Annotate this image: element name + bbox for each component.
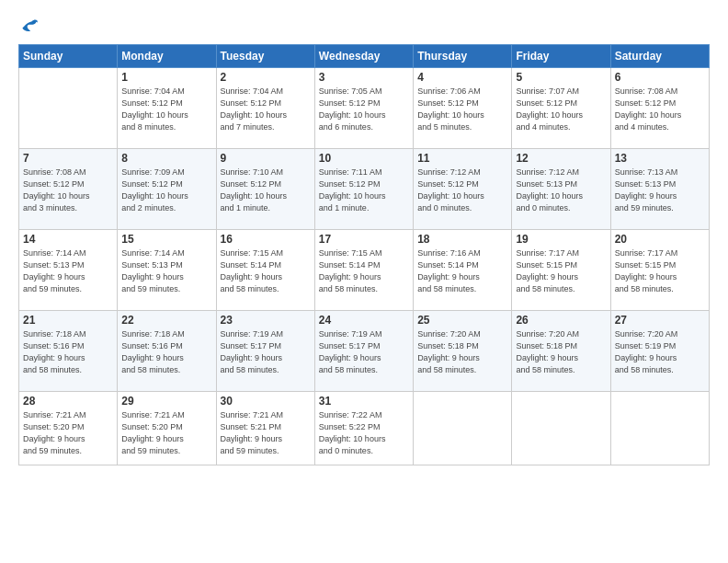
day-number: 24	[319, 314, 409, 327]
day-number: 30	[221, 395, 311, 408]
day-info: Sunrise: 7:20 AMSunset: 5:18 PMDaylight:…	[417, 328, 507, 376]
calendar-day-cell: 25Sunrise: 7:20 AMSunset: 5:18 PMDayligh…	[414, 311, 512, 392]
day-info: Sunrise: 7:10 AMSunset: 5:12 PMDaylight:…	[221, 167, 311, 214]
calendar-day-cell: 23Sunrise: 7:19 AMSunset: 5:17 PMDayligh…	[216, 311, 314, 392]
day-info: Sunrise: 7:08 AMSunset: 5:12 PMDaylight:…	[23, 167, 113, 214]
day-number: 31	[319, 395, 409, 408]
day-number: 19	[516, 233, 606, 246]
day-info: Sunrise: 7:13 AMSunset: 5:13 PMDaylight:…	[615, 167, 705, 214]
day-number: 13	[615, 152, 705, 165]
calendar-day-cell: 6Sunrise: 7:08 AMSunset: 5:12 PMDaylight…	[610, 68, 709, 149]
logo	[18, 17, 42, 37]
day-number: 21	[23, 314, 113, 327]
day-info: Sunrise: 7:12 AMSunset: 5:13 PMDaylight:…	[516, 167, 606, 214]
calendar-day-cell: 8Sunrise: 7:09 AMSunset: 5:12 PMDaylight…	[118, 149, 216, 230]
calendar-day-cell: 10Sunrise: 7:11 AMSunset: 5:12 PMDayligh…	[314, 149, 413, 230]
day-info: Sunrise: 7:18 AMSunset: 5:16 PMDaylight:…	[23, 328, 113, 376]
day-number: 17	[319, 233, 409, 246]
day-info: Sunrise: 7:21 AMSunset: 5:20 PMDaylight:…	[121, 409, 211, 457]
weekday-header: Sunday	[19, 45, 118, 68]
day-info: Sunrise: 7:08 AMSunset: 5:12 PMDaylight:…	[615, 86, 705, 133]
calendar-day-cell: 20Sunrise: 7:17 AMSunset: 5:15 PMDayligh…	[610, 230, 709, 311]
weekday-header: Tuesday	[216, 45, 314, 68]
weekday-header: Wednesday	[314, 45, 413, 68]
day-info: Sunrise: 7:14 AMSunset: 5:13 PMDaylight:…	[23, 247, 113, 295]
day-info: Sunrise: 7:20 AMSunset: 5:19 PMDaylight:…	[615, 328, 705, 376]
calendar-day-cell: 11Sunrise: 7:12 AMSunset: 5:12 PMDayligh…	[414, 149, 512, 230]
day-info: Sunrise: 7:22 AMSunset: 5:22 PMDaylight:…	[319, 409, 409, 457]
day-number: 23	[221, 314, 311, 327]
calendar-day-cell	[610, 392, 709, 465]
calendar-day-cell: 16Sunrise: 7:15 AMSunset: 5:14 PMDayligh…	[216, 230, 314, 311]
day-number: 20	[615, 233, 705, 246]
day-info: Sunrise: 7:07 AMSunset: 5:12 PMDaylight:…	[516, 86, 606, 133]
day-number: 6	[615, 71, 705, 84]
calendar-week-row: 28Sunrise: 7:21 AMSunset: 5:20 PMDayligh…	[19, 392, 710, 465]
calendar-day-cell: 14Sunrise: 7:14 AMSunset: 5:13 PMDayligh…	[19, 230, 118, 311]
day-info: Sunrise: 7:16 AMSunset: 5:14 PMDaylight:…	[417, 247, 507, 295]
calendar-day-cell: 28Sunrise: 7:21 AMSunset: 5:20 PMDayligh…	[19, 392, 118, 465]
day-info: Sunrise: 7:19 AMSunset: 5:17 PMDaylight:…	[221, 328, 311, 376]
calendar-day-cell: 21Sunrise: 7:18 AMSunset: 5:16 PMDayligh…	[19, 311, 118, 392]
day-info: Sunrise: 7:11 AMSunset: 5:12 PMDaylight:…	[319, 167, 409, 214]
day-number: 7	[23, 152, 113, 165]
calendar-week-row: 1Sunrise: 7:04 AMSunset: 5:12 PMDaylight…	[19, 68, 710, 149]
day-number: 25	[417, 314, 507, 327]
calendar-day-cell: 22Sunrise: 7:18 AMSunset: 5:16 PMDayligh…	[118, 311, 216, 392]
calendar-day-cell: 1Sunrise: 7:04 AMSunset: 5:12 PMDaylight…	[118, 68, 216, 149]
day-number: 9	[221, 152, 311, 165]
day-number: 18	[417, 233, 507, 246]
day-number: 3	[319, 71, 409, 84]
logo-bird-icon	[18, 17, 39, 37]
calendar-day-cell: 30Sunrise: 7:21 AMSunset: 5:21 PMDayligh…	[216, 392, 314, 465]
calendar-week-row: 21Sunrise: 7:18 AMSunset: 5:16 PMDayligh…	[19, 311, 710, 392]
day-info: Sunrise: 7:17 AMSunset: 5:15 PMDaylight:…	[615, 247, 705, 295]
calendar-day-cell: 4Sunrise: 7:06 AMSunset: 5:12 PMDaylight…	[414, 68, 512, 149]
day-info: Sunrise: 7:15 AMSunset: 5:14 PMDaylight:…	[319, 247, 409, 295]
day-number: 16	[221, 233, 311, 246]
day-number: 8	[121, 152, 211, 165]
calendar-day-cell: 13Sunrise: 7:13 AMSunset: 5:13 PMDayligh…	[610, 149, 709, 230]
calendar-week-row: 14Sunrise: 7:14 AMSunset: 5:13 PMDayligh…	[19, 230, 710, 311]
calendar-day-cell: 26Sunrise: 7:20 AMSunset: 5:18 PMDayligh…	[512, 311, 610, 392]
calendar-day-cell: 2Sunrise: 7:04 AMSunset: 5:12 PMDaylight…	[216, 68, 314, 149]
day-number: 5	[516, 71, 606, 84]
day-info: Sunrise: 7:06 AMSunset: 5:12 PMDaylight:…	[417, 86, 507, 133]
calendar-day-cell: 12Sunrise: 7:12 AMSunset: 5:13 PMDayligh…	[512, 149, 610, 230]
calendar-day-cell: 19Sunrise: 7:17 AMSunset: 5:15 PMDayligh…	[512, 230, 610, 311]
day-number: 11	[417, 152, 507, 165]
calendar-day-cell: 18Sunrise: 7:16 AMSunset: 5:14 PMDayligh…	[414, 230, 512, 311]
calendar-day-cell: 27Sunrise: 7:20 AMSunset: 5:19 PMDayligh…	[610, 311, 709, 392]
day-info: Sunrise: 7:12 AMSunset: 5:12 PMDaylight:…	[417, 167, 507, 214]
weekday-header: Thursday	[414, 45, 512, 68]
calendar-day-cell: 31Sunrise: 7:22 AMSunset: 5:22 PMDayligh…	[314, 392, 413, 465]
day-info: Sunrise: 7:19 AMSunset: 5:17 PMDaylight:…	[319, 328, 409, 376]
weekday-header: Monday	[118, 45, 216, 68]
day-number: 10	[319, 152, 409, 165]
day-number: 4	[417, 71, 507, 84]
day-info: Sunrise: 7:04 AMSunset: 5:12 PMDaylight:…	[221, 86, 311, 133]
calendar-day-cell: 9Sunrise: 7:10 AMSunset: 5:12 PMDaylight…	[216, 149, 314, 230]
day-info: Sunrise: 7:09 AMSunset: 5:12 PMDaylight:…	[121, 167, 211, 214]
day-info: Sunrise: 7:18 AMSunset: 5:16 PMDaylight:…	[121, 328, 211, 376]
weekday-header: Friday	[512, 45, 610, 68]
day-info: Sunrise: 7:05 AMSunset: 5:12 PMDaylight:…	[319, 86, 409, 133]
calendar-day-cell	[19, 68, 118, 149]
day-info: Sunrise: 7:21 AMSunset: 5:21 PMDaylight:…	[221, 409, 311, 457]
day-info: Sunrise: 7:14 AMSunset: 5:13 PMDaylight:…	[121, 247, 211, 295]
calendar-table: SundayMondayTuesdayWednesdayThursdayFrid…	[18, 44, 710, 465]
day-info: Sunrise: 7:15 AMSunset: 5:14 PMDaylight:…	[221, 247, 311, 295]
day-number: 22	[121, 314, 211, 327]
day-number: 14	[23, 233, 113, 246]
day-number: 27	[615, 314, 705, 327]
calendar-day-cell: 5Sunrise: 7:07 AMSunset: 5:12 PMDaylight…	[512, 68, 610, 149]
calendar-day-cell: 3Sunrise: 7:05 AMSunset: 5:12 PMDaylight…	[314, 68, 413, 149]
day-info: Sunrise: 7:21 AMSunset: 5:20 PMDaylight:…	[23, 409, 113, 457]
weekday-header-row: SundayMondayTuesdayWednesdayThursdayFrid…	[19, 45, 710, 68]
day-number: 26	[516, 314, 606, 327]
day-info: Sunrise: 7:04 AMSunset: 5:12 PMDaylight:…	[121, 86, 211, 133]
day-info: Sunrise: 7:20 AMSunset: 5:18 PMDaylight:…	[516, 328, 606, 376]
page-header	[18, 17, 710, 37]
calendar-day-cell: 29Sunrise: 7:21 AMSunset: 5:20 PMDayligh…	[118, 392, 216, 465]
calendar-day-cell	[414, 392, 512, 465]
